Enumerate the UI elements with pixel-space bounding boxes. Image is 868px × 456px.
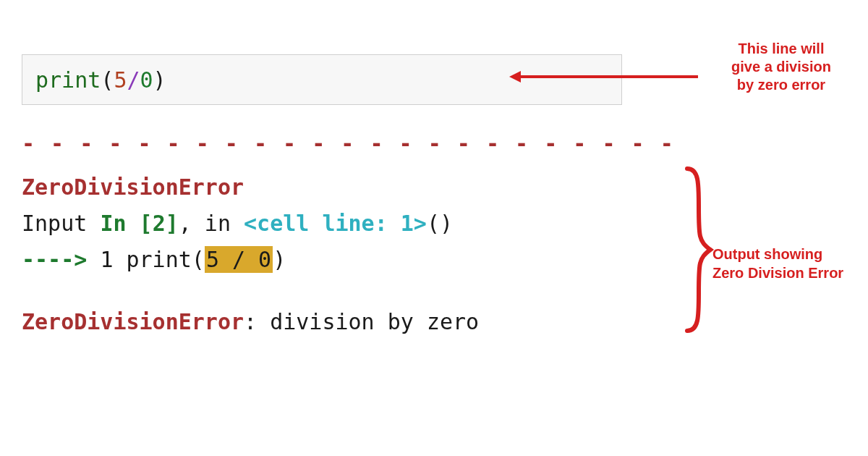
- annotation-bottom-line1: Output showing: [712, 245, 868, 263]
- tb-input-prefix: Input: [22, 211, 100, 236]
- tb-parens: (): [427, 211, 453, 236]
- tb-final-err: ZeroDivisionError: [22, 309, 244, 334]
- token-paren-close: ): [153, 67, 166, 93]
- annotation-top-line2: give a division: [702, 58, 861, 76]
- annotation-arrow-head: [509, 71, 521, 83]
- error-name: ZeroDivisionError: [22, 174, 244, 200]
- annotation-top-line3: by zero error: [702, 76, 861, 94]
- tb-open: (: [192, 247, 205, 272]
- annotation-top-line1: This line will: [702, 40, 861, 58]
- token-num-0: 0: [140, 67, 153, 93]
- token-num-5: 5: [114, 67, 127, 93]
- annotation-bottom: Output showing Zero Division Error: [712, 245, 868, 282]
- token-func: print: [35, 67, 101, 93]
- tb-comma-in: , in: [179, 211, 244, 236]
- token-op-div: /: [127, 67, 140, 93]
- tb-close: ): [273, 247, 286, 272]
- tb-line-num: 1: [100, 247, 113, 272]
- output-area: - - - - - - - - - - - - - - - - - - - - …: [22, 127, 687, 341]
- tb-func: print: [127, 247, 192, 272]
- annotation-bottom-line2: Zero Division Error: [712, 263, 868, 282]
- token-paren-open: (: [101, 67, 114, 93]
- tb-arrow: ---->: [22, 247, 100, 272]
- annotation-arrow-shaft: [521, 75, 698, 78]
- annotation-top: This line will give a division by zero e…: [702, 40, 861, 94]
- tb-highlight: 5 / 0: [205, 246, 273, 273]
- tb-in-num: 2: [153, 211, 166, 236]
- tb-cell-line: <cell line: 1>: [244, 211, 427, 236]
- code-cell[interactable]: print(5 / 0): [22, 54, 622, 105]
- tb-space: [113, 247, 126, 272]
- tb-spacer: [22, 279, 687, 305]
- tb-final-msg: : division by zero: [244, 309, 479, 334]
- traceback-separator: - - - - - - - - - - - - - - - - - - - - …: [22, 127, 687, 161]
- brace-icon: [680, 163, 716, 337]
- tb-in-close: ]: [166, 211, 179, 236]
- tb-in-label: In [: [100, 211, 152, 236]
